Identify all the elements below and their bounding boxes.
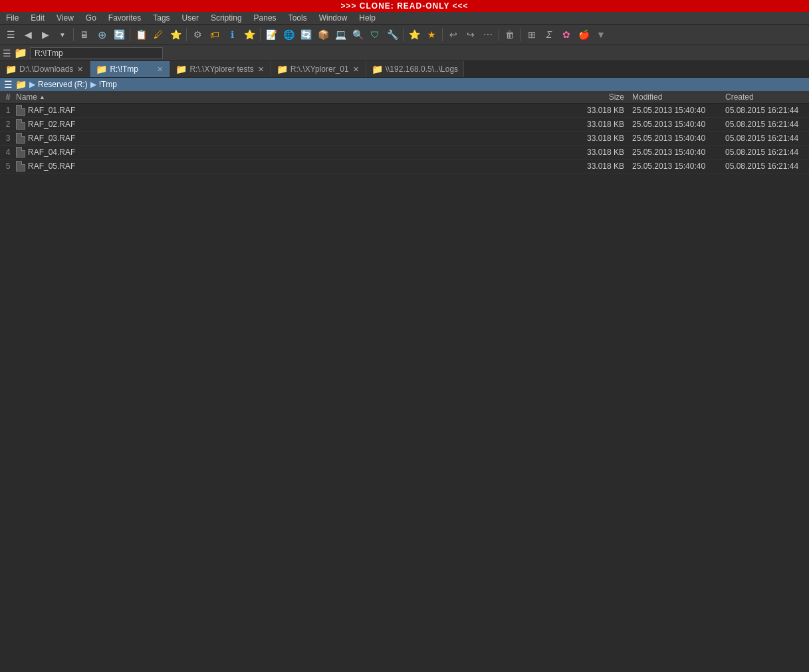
file-list: 1 RAF_01.RAF 33.018 KB 25.05.2013 15:40:…	[0, 104, 809, 173]
breadcrumb-folder-icon: 📁	[15, 79, 27, 90]
menubar-item-scripting[interactable]: Scripting	[207, 13, 245, 23]
crosshair-icon[interactable]: ⊕	[94, 27, 110, 43]
table-row[interactable]: 2 RAF_02.RAF 33.018 KB 25.05.2013 15:40:…	[0, 118, 809, 132]
menubar-item-help[interactable]: Help	[356, 13, 379, 23]
globe-icon[interactable]: 🌐	[281, 27, 296, 43]
breadcrumb-bar: ☰ 📁 ▶ Reserved (R:) ▶ !Tmp	[0, 78, 809, 91]
shield-icon[interactable]: 🛡	[367, 27, 383, 43]
flower-icon[interactable]: ✿	[558, 27, 574, 43]
gear-icon[interactable]: ⚙	[189, 27, 205, 43]
tab-close-button[interactable]: ✕	[76, 65, 84, 74]
menubar-item-panes[interactable]: Panes	[251, 13, 280, 23]
down-button[interactable]: ▼	[55, 27, 70, 43]
clone-banner: >>> CLONE: READ-ONLY <<<	[0, 0, 809, 12]
clipboard-icon[interactable]: 📋	[133, 27, 149, 43]
tab-close-button[interactable]: ✕	[156, 65, 164, 74]
row-num: 3	[0, 134, 13, 143]
tab-3[interactable]: 📁R:\.\XYplorer tests✕	[170, 61, 271, 77]
tab-label: R:\.\XYplorer_01	[290, 64, 349, 74]
back-button[interactable]: ◀	[20, 27, 36, 43]
file-name: RAF_04.RAF	[28, 148, 75, 157]
menu-icon[interactable]: ☰	[3, 27, 19, 43]
breadcrumb-item-reserved[interactable]: Reserved (R:)	[38, 80, 88, 89]
sep2	[130, 28, 130, 41]
col-header-name[interactable]: Name ▲	[13, 92, 576, 102]
pencil-icon[interactable]: 🖊	[150, 27, 166, 43]
undo-icon[interactable]: ↩	[445, 27, 461, 43]
menubar-item-user[interactable]: User	[179, 13, 202, 23]
info-icon[interactable]: ℹ	[224, 27, 240, 43]
sep1	[73, 28, 74, 41]
row-num: 4	[0, 148, 13, 157]
star-badge-icon[interactable]: ⭐	[168, 27, 183, 43]
file-icon	[16, 119, 25, 130]
forward-button[interactable]: ▶	[37, 27, 53, 43]
sep3	[186, 28, 187, 41]
row-size: 33.018 KB	[576, 106, 630, 115]
wrench-icon[interactable]: 🔧	[384, 27, 400, 43]
row-name: RAF_04.RAF	[13, 147, 576, 158]
col-header-created[interactable]: Created	[723, 92, 809, 102]
monitor-icon[interactable]: 🖥	[76, 27, 92, 43]
tab-close-button[interactable]: ✕	[257, 65, 265, 74]
sync-icon[interactable]: 🔄	[298, 27, 314, 43]
col-header-size[interactable]: Size	[576, 92, 630, 102]
row-modified: 25.05.2013 15:40:40	[630, 106, 723, 115]
menubar-item-file[interactable]: File	[3, 13, 22, 23]
upload-icon[interactable]: 📦	[315, 27, 331, 43]
menubar-item-window[interactable]: Window	[316, 13, 351, 23]
table-row[interactable]: 5 RAF_05.RAF 33.018 KB 25.05.2013 15:40:…	[0, 160, 809, 173]
table-row[interactable]: 4 RAF_04.RAF 33.018 KB 25.05.2013 15:40:…	[0, 146, 809, 160]
search-icon[interactable]: 🔍	[350, 27, 366, 43]
tab-close-button[interactable]: ✕	[352, 65, 360, 74]
table-row[interactable]: 1 RAF_01.RAF 33.018 KB 25.05.2013 15:40:…	[0, 104, 809, 118]
tab-4[interactable]: 📁R:\.\XYplorer_01✕	[271, 61, 366, 77]
row-created: 05.08.2015 16:21:44	[723, 120, 809, 129]
breadcrumb-menu-icon[interactable]: ☰	[4, 79, 13, 90]
menubar-item-view[interactable]: View	[53, 13, 77, 23]
row-created: 05.08.2015 16:21:44	[723, 162, 809, 171]
addressbar-menu-icon[interactable]: ☰	[3, 48, 11, 58]
star3-icon[interactable]: ★	[423, 27, 439, 43]
tab-label: \\192.168.0.5\..\Logs	[386, 64, 458, 74]
star2-icon[interactable]: ⭐	[241, 27, 257, 43]
sort-arrow-icon: ▲	[39, 94, 45, 100]
menubar-item-go[interactable]: Go	[82, 13, 100, 23]
grid-icon[interactable]: ⊞	[524, 27, 540, 43]
menubar-item-tags[interactable]: Tags	[150, 13, 173, 23]
more-icon[interactable]: ⋯	[480, 27, 496, 43]
file-icon	[16, 147, 25, 158]
dropdown-icon[interactable]: ▼	[593, 27, 609, 43]
apple-icon[interactable]: 🍎	[576, 27, 592, 43]
delete-icon[interactable]: 🗑	[502, 27, 518, 43]
edit-icon[interactable]: 📝	[263, 27, 279, 43]
menubar-item-edit[interactable]: Edit	[27, 13, 48, 23]
row-name: RAF_01.RAF	[13, 105, 576, 116]
tag-icon[interactable]: 🏷	[207, 27, 223, 43]
menubar-item-favorites[interactable]: Favorites	[105, 13, 144, 23]
breadcrumb-item-tmp[interactable]: !Tmp	[99, 80, 117, 89]
table-row[interactable]: 3 RAF_03.RAF 33.018 KB 25.05.2013 15:40:…	[0, 132, 809, 146]
col-header-modified[interactable]: Modified	[630, 92, 723, 102]
redo-icon[interactable]: ↪	[463, 27, 479, 43]
file-icon	[16, 161, 25, 171]
menubar-item-tools[interactable]: Tools	[285, 13, 310, 23]
tab-folder-icon: 📁	[175, 64, 187, 74]
file-name: RAF_02.RAF	[28, 120, 75, 129]
tab-5[interactable]: 📁\\192.168.0.5\..\Logs	[366, 61, 464, 77]
col-header-num[interactable]: #	[0, 92, 13, 102]
refresh-icon[interactable]: 🔄	[111, 27, 127, 43]
sigma-icon[interactable]: Σ	[541, 27, 557, 43]
row-size: 33.018 KB	[576, 148, 630, 157]
tab-1[interactable]: 📁D:\.\Downloads✕	[0, 61, 90, 77]
addressbar-input[interactable]	[30, 47, 163, 59]
tab-2[interactable]: 📁R:\!Tmp✕	[90, 61, 170, 77]
tab-folder-icon: 📁	[5, 64, 17, 74]
favorites-icon[interactable]: ⭐	[406, 27, 422, 43]
breadcrumb-sep2: ▶	[90, 80, 96, 89]
tabs-bar: 📁D:\.\Downloads✕📁R:\!Tmp✕📁R:\.\XYplorer …	[0, 61, 809, 78]
breadcrumb-sep1: ▶	[29, 80, 35, 89]
toolbar: ☰ ◀ ▶ ▼ 🖥 ⊕ 🔄 📋 🖊 ⭐ ⚙ 🏷 ℹ ⭐ 📝 🌐 🔄 📦 💻 🔍 …	[0, 25, 809, 45]
computer-icon[interactable]: 💻	[332, 27, 348, 43]
addressbar-folder-icon: 📁	[14, 47, 27, 59]
